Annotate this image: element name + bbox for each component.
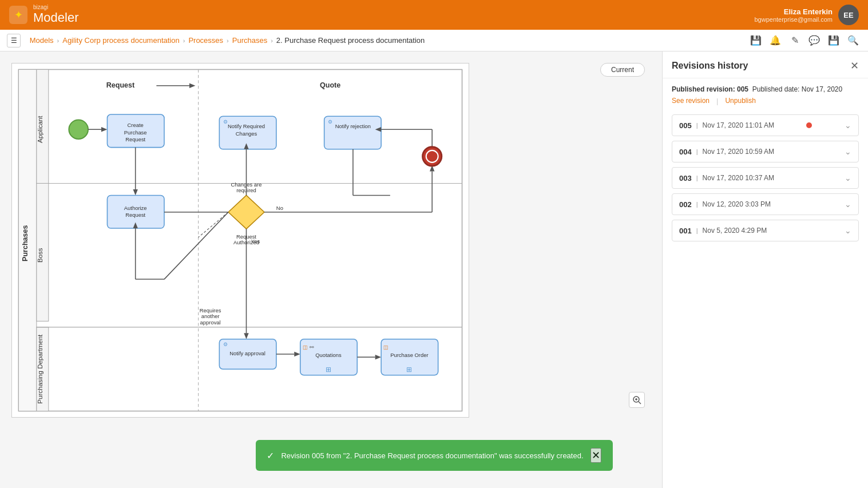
revision-003-date: Nov 17, 2020 10:37 AM	[703, 174, 774, 182]
revision-002-date: Nov 12, 2020 3:03 PM	[703, 200, 771, 208]
logo-icon: ✦	[9, 6, 27, 24]
breadcrumb-purchases[interactable]: Purchases	[232, 36, 267, 45]
user-area: Eliza Enterkin bgwpenterprise@gmail.com …	[754, 5, 859, 25]
svg-point-62	[422, 147, 442, 166]
revision-item-003[interactable]: 003 | Nov 17, 2020 10:37 AM ⌄	[672, 167, 859, 189]
svg-text:Applicant: Applicant	[37, 116, 43, 143]
svg-text:Notify Required: Notify Required	[228, 123, 265, 129]
svg-text:⚯: ⚯	[310, 344, 315, 350]
revision-sep: |	[696, 174, 698, 181]
brand-large: Modeler	[33, 10, 78, 25]
published-info: Published revision: 005 Published date: …	[672, 85, 859, 93]
revision-004-chevron: ⌄	[845, 147, 851, 156]
revision-001-chevron: ⌄	[845, 226, 851, 235]
toast-check-icon: ✓	[267, 450, 274, 461]
breadcrumb-sep-3: ›	[227, 37, 229, 44]
svg-text:another: another	[201, 313, 220, 319]
breadcrumb-processes[interactable]: Processes	[188, 36, 223, 45]
svg-point-16	[69, 120, 88, 139]
revision-003-chevron: ⌄	[845, 173, 851, 182]
revision-item-004[interactable]: 004 | Nov 17, 2020 10:59 AM ⌄	[672, 141, 859, 162]
svg-text:No: No	[276, 205, 283, 211]
edit-tool-button[interactable]: ✎	[787, 33, 803, 49]
breadcrumb: ☰ Models › Agility Corp process document…	[0, 30, 868, 51]
svg-text:Quote: Quote	[320, 81, 340, 89]
svg-text:Purchasing Department: Purchasing Department	[37, 334, 43, 404]
svg-text:Quotations: Quotations	[315, 352, 342, 358]
svg-text:Purchase Order: Purchase Order	[390, 352, 428, 358]
revision-sep: |	[696, 227, 698, 234]
breadcrumb-agility[interactable]: Agility Corp process documentation	[62, 36, 180, 45]
breadcrumb-sep-4: ›	[271, 37, 273, 44]
revision-005-date: Nov 17, 2020 11:01 AM	[703, 121, 774, 129]
toast-message: Revision 005 from "2. Purchase Request p…	[281, 451, 583, 460]
svg-text:Boss: Boss	[37, 248, 43, 263]
comment-tool-button[interactable]: 💬	[806, 33, 822, 49]
svg-text:⚙: ⚙	[223, 118, 228, 125]
revision-001-num: 001	[679, 227, 692, 235]
brand-small: bizagi	[33, 5, 78, 10]
sidebar-header: Revisions history ✕	[663, 51, 868, 78]
published-links: See revision | Unpublish	[672, 97, 859, 105]
toast-notification: ✓ Revision 005 from "2. Purchase Request…	[255, 440, 612, 471]
sidebar-close-button[interactable]: ✕	[850, 59, 859, 72]
brand: bizagi Modeler	[33, 5, 78, 25]
sidebar-toggle-button[interactable]: ☰	[7, 34, 21, 47]
see-revision-link[interactable]: See revision	[672, 97, 710, 105]
svg-text:⊞: ⊞	[406, 366, 412, 373]
search-tool-button[interactable]: 🔍	[845, 33, 861, 49]
revision-004-date: Nov 17, 2020 10:59 AM	[703, 148, 774, 156]
svg-text:Changes: Changes	[236, 130, 257, 137]
revision-003-num: 003	[679, 174, 692, 182]
breadcrumb-current: 2. Purchase Request process documentatio…	[276, 36, 425, 45]
revision-001-date: Nov 5, 2020 4:29 PM	[703, 227, 767, 235]
diagram-container[interactable]: Purchases Applicant Boss Purchasing Depa…	[11, 63, 469, 418]
svg-text:Notify rejection: Notify rejection	[335, 123, 371, 129]
breadcrumb-sep-1: ›	[57, 37, 60, 44]
svg-text:Purchase: Purchase	[124, 129, 147, 136]
revision-item-001[interactable]: 001 | Nov 5, 2020 4:29 PM ⌄	[672, 220, 859, 241]
revision-005-active-dot	[806, 122, 812, 128]
svg-text:Requires: Requires	[200, 307, 221, 314]
revision-005-num: 005	[679, 121, 692, 130]
current-button[interactable]: Current	[600, 63, 645, 77]
revision-sep: |	[696, 148, 698, 155]
user-name: Eliza Enterkin	[754, 7, 833, 16]
svg-text:Authorize: Authorize	[124, 205, 147, 211]
share-tool-button[interactable]: 💾	[826, 33, 842, 49]
sidebar-content: Published revision: 005 Published date: …	[663, 78, 868, 488]
revision-item-005[interactable]: 005 | Nov 17, 2020 11:01 AM ⌄	[672, 114, 859, 136]
revision-sep: |	[696, 122, 698, 129]
notification-tool-button[interactable]: 🔔	[767, 33, 783, 49]
svg-rect-54	[324, 116, 382, 149]
breadcrumb-sep-2: ›	[183, 37, 185, 44]
zoom-control[interactable]	[629, 392, 645, 408]
svg-line-83	[639, 402, 641, 404]
svg-text:Create: Create	[128, 122, 144, 128]
svg-text:Request: Request	[236, 233, 256, 240]
revision-002-chevron: ⌄	[845, 200, 851, 209]
avatar[interactable]: EE	[838, 5, 859, 25]
toast-close-button[interactable]: ✕	[590, 448, 601, 463]
unpublish-link[interactable]: Unpublish	[725, 97, 755, 105]
user-email: bgwpenterprise@gmail.com	[754, 16, 833, 23]
revision-004-num: 004	[679, 148, 692, 156]
user-info: Eliza Enterkin bgwpenterprise@gmail.com	[754, 7, 833, 23]
svg-text:Request: Request	[125, 136, 145, 142]
revision-002-num: 002	[679, 200, 692, 209]
svg-text:Purchases: Purchases	[21, 225, 29, 261]
main-layout: Current Purchases Applicant Boss Purchas…	[0, 51, 868, 488]
logo-area: ✦ bizagi Modeler	[9, 5, 78, 25]
diagram-svg: Purchases Applicant Boss Purchasing Depa…	[12, 64, 469, 417]
svg-text:Notify approval: Notify approval	[229, 350, 265, 356]
svg-text:⚙: ⚙	[223, 341, 228, 347]
save-tool-button[interactable]: 💾	[748, 33, 764, 49]
svg-text:approval: approval	[200, 319, 221, 326]
revision-item-002[interactable]: 002 | Nov 12, 2020 3:03 PM ⌄	[672, 193, 859, 215]
breadcrumb-models[interactable]: Models	[30, 36, 54, 45]
svg-text:◫: ◫	[303, 344, 308, 350]
svg-text:⚙: ⚙	[328, 118, 332, 125]
svg-text:⊞: ⊞	[326, 366, 331, 373]
canvas-area[interactable]: Current Purchases Applicant Boss Purchas…	[0, 51, 662, 488]
svg-text:Authorized: Authorized	[233, 239, 259, 245]
